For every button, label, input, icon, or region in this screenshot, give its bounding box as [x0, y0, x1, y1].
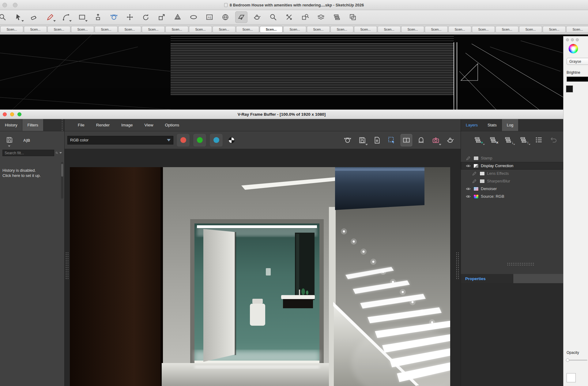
right-panel-grip[interactable] [456, 252, 459, 280]
blue-channel-button[interactable] [209, 133, 223, 147]
scene-tab[interactable]: Scen... [496, 26, 518, 33]
window-control-icon[interactable] [566, 38, 569, 41]
delete-layer-button[interactable]: × [488, 135, 498, 145]
panel-drag-grip[interactable] [60, 119, 64, 131]
save-layers-button[interactable]: ↓ [503, 135, 513, 145]
properties-header[interactable]: Properties [461, 274, 563, 283]
channel-select[interactable]: RGB color [67, 136, 173, 144]
load-layers-button[interactable]: ↑ [518, 135, 529, 145]
scene-tab[interactable]: Scen... [425, 26, 448, 33]
layer-row-sharpen-blur[interactable]: Sharpen/Blur [461, 177, 563, 185]
vray-teapot-tool[interactable] [251, 11, 263, 23]
edit-pencil-icon[interactable] [471, 179, 477, 184]
eye-icon[interactable] [465, 186, 471, 191]
pushpull-tool[interactable] [92, 11, 104, 23]
menu-render[interactable]: Render [90, 119, 115, 131]
scene-tab[interactable]: Scen... [189, 26, 212, 33]
scene-tab[interactable]: Scen... [47, 26, 70, 33]
undo-button[interactable] [548, 135, 559, 145]
tab-history[interactable]: History [0, 119, 22, 131]
tab-log[interactable]: Log [502, 119, 519, 131]
section-plane-tool[interactable] [235, 11, 247, 23]
edit-pencil-icon[interactable] [465, 156, 471, 161]
window-control-icon[interactable] [571, 38, 574, 41]
grayscale-button[interactable]: Grayse [567, 58, 588, 65]
scale-tool[interactable] [156, 11, 168, 23]
close-button[interactable] [3, 112, 7, 116]
zoom-window-tool[interactable] [267, 11, 279, 23]
save-image-button[interactable] [356, 134, 368, 146]
tab-layers[interactable]: Layers [461, 119, 483, 131]
scene-tab[interactable]: Scen... [543, 26, 566, 33]
model-viewport[interactable] [0, 35, 588, 110]
zoom-button[interactable] [17, 112, 21, 116]
layer-row-stamp[interactable]: Stamp [461, 154, 563, 162]
slider-knob[interactable] [566, 358, 569, 362]
sandbox-tool[interactable] [315, 11, 327, 23]
opacity-preview-swatch[interactable] [567, 373, 576, 382]
history-disabled-message[interactable]: History is disabled. Click here to set i… [2, 168, 64, 178]
green-channel-button[interactable] [193, 133, 206, 147]
region-render-button[interactable] [386, 134, 398, 146]
offset-tool[interactable] [172, 11, 184, 23]
scene-tab[interactable]: Scen... [71, 26, 94, 33]
menu-file[interactable]: File [72, 119, 90, 131]
add-layer-button[interactable]: + [473, 135, 483, 145]
scene-tab[interactable]: Scen... [519, 26, 542, 33]
color-wheel-icon[interactable] [568, 44, 578, 54]
scene-tab[interactable]: Scen... [566, 26, 588, 33]
scene-tab[interactable]: Scen... [95, 26, 118, 33]
zoom-tool[interactable] [0, 11, 9, 23]
tab-stats[interactable]: Stats [483, 119, 502, 131]
layer-row-display-correction[interactable]: Display Correction [461, 162, 563, 170]
left-panel-grip[interactable] [65, 252, 69, 280]
rectangle-tool[interactable] [76, 11, 88, 23]
scene-inspector-tool[interactable] [299, 11, 311, 23]
arc-tool[interactable] [60, 11, 72, 23]
interactive-render-button[interactable] [342, 134, 353, 146]
rotate-tool[interactable] [140, 11, 152, 23]
menu-image[interactable]: Image [115, 119, 139, 131]
color-clamp-button[interactable] [226, 133, 237, 147]
history-search-input[interactable] [2, 150, 54, 156]
followme-tool[interactable] [108, 11, 120, 23]
lens-effects-button[interactable] [430, 134, 442, 146]
splitter-grip[interactable] [507, 262, 534, 266]
tab-filters[interactable]: Filters [22, 119, 43, 131]
geolocation-tool[interactable] [219, 11, 232, 23]
scene-tab[interactable]: Scen... [260, 26, 283, 33]
red-channel-button[interactable] [176, 133, 190, 147]
scene-tab[interactable]: Scen... [142, 26, 165, 33]
window-control-icon[interactable] [576, 38, 579, 41]
layer-row-lens-effects[interactable]: Lens Effects [461, 170, 563, 177]
move-tool[interactable] [124, 11, 136, 23]
scene-tab[interactable]: Scen... [330, 26, 353, 33]
scene-tab[interactable]: Scen... [118, 26, 141, 33]
compare-images-button[interactable] [401, 134, 412, 146]
menu-options[interactable]: Options [159, 119, 185, 131]
render-last-button[interactable] [445, 134, 456, 146]
menu-view[interactable]: View [139, 119, 159, 131]
eraser-tool[interactable] [28, 11, 40, 23]
scene-tab[interactable]: Scen... [165, 26, 188, 33]
scene-tab[interactable]: Scen... [213, 26, 236, 33]
components-tool[interactable] [347, 11, 359, 23]
stamp-overlay-button[interactable] [415, 134, 427, 146]
layers-tool[interactable] [331, 11, 343, 23]
layer-row-denoiser[interactable]: Denoiser [461, 185, 563, 193]
history-scrollbar[interactable] [61, 162, 63, 199]
eye-icon[interactable] [465, 163, 471, 168]
layer-row-source-rgb[interactable]: Source: RGB [461, 193, 563, 200]
scene-tab[interactable]: Scen... [307, 26, 330, 33]
scene-tab[interactable]: Scen... [0, 26, 23, 33]
layer-options-button[interactable] [533, 135, 544, 145]
brightness-slider[interactable] [567, 77, 588, 82]
edit-pencil-icon[interactable] [471, 171, 477, 176]
scene-tab[interactable]: Scen... [401, 26, 424, 33]
previous-view-tool[interactable] [283, 11, 295, 23]
search-filter-caret-icon[interactable] [59, 152, 62, 154]
window-control-icon[interactable] [2, 3, 7, 7]
vfb-titlebar[interactable]: V-Ray Frame Buffer - [100.0% of 1920 x 1… [0, 110, 563, 119]
line-tool[interactable] [44, 11, 56, 23]
window-control-icon[interactable] [13, 3, 17, 7]
